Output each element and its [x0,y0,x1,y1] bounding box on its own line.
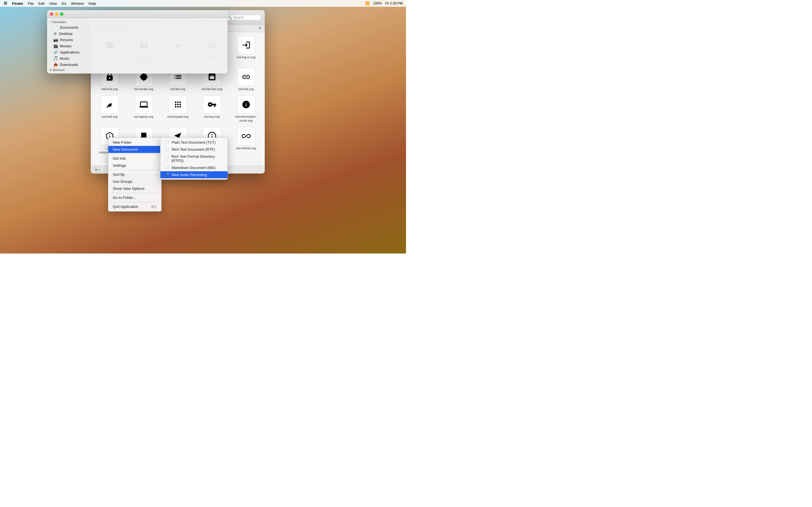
svg-point-5 [177,104,179,105]
ctx-quit-application[interactable]: Quit Application ⌘Q [108,203,161,210]
ctx-quit-shortcut: ⌘Q [151,205,157,209]
ctx-separator-3 [108,193,161,193]
gear-button[interactable]: ⚙ ▾ [94,167,100,172]
submenu-markdown-label: Markdown Document (MD) [172,166,215,170]
file-icon-wrapper [237,127,255,145]
ctx-show-view-options[interactable]: Show View Options [108,185,161,192]
help-menu[interactable]: Help [89,1,96,6]
downloads-icon: 📥 [53,62,58,67]
sidebar-section-devices[interactable]: ▶ Devices [47,68,227,72]
list-item[interactable]: md-log-in.svg [230,34,262,65]
ctx-new-document[interactable]: New Document › [108,146,161,153]
sidebar-item-desktop[interactable]: 🖥 Desktop [47,31,227,37]
file-icon-wrapper [135,96,153,114]
sidebar-item-applications[interactable]: 🔗 Applications [47,49,227,55]
ctx-get-info[interactable]: Get Info [108,155,161,162]
sidebar-item-label: Music [60,56,69,61]
submenu-rich-text-label: Rich Text Document (RTF) [172,147,215,152]
window-menu[interactable]: Window [71,1,84,6]
rtfd-icon: 📄 [165,157,169,161]
file-name: md-leaf.svg [101,115,117,119]
markdown-icon: 📄 [165,166,169,170]
list-item[interactable]: md-laptop.svg [127,94,160,124]
list-item[interactable]: md-keypad.svg [161,94,194,124]
file-icon-wrapper [237,36,255,54]
ctx-sort-by[interactable]: Sort By › [108,171,161,178]
sidebar-section-favorites[interactable]: ▾ Favorites [47,20,227,24]
file-name: md-lock.svg [101,87,118,91]
file-icon-wrapper [237,68,255,86]
file-menu[interactable]: File [28,1,34,6]
submenu-rtfd[interactable]: 📄 Rich Text Format Directory (RTFD) [160,153,227,164]
documents-icon: 📄 [53,25,58,30]
edit-menu[interactable]: Edit [38,1,45,6]
add-button[interactable]: + [258,25,261,31]
app-name-menu[interactable]: Finder [12,1,23,6]
file-name: md-key.svg [204,115,220,119]
view-menu[interactable]: View [49,1,57,6]
search-box[interactable]: 🔍 Search [225,15,261,20]
sidebar-item-music[interactable]: 🎵 Music [47,55,227,61]
ctx-use-groups-label: Use Groups [113,179,132,184]
finder-sidebar-window: ▾ Favorites 📄 Documents 🖥 Desktop 📷 Pict… [47,10,227,73]
ctx-sort-by-label: Sort By [113,172,125,177]
apple-menu[interactable]: ⌘ [3,1,8,6]
sidebar-item-label: Movies [60,44,71,48]
submenu-plain-text[interactable]: 📄 Plain Text Document (TXT) [160,139,227,146]
svg-point-9 [179,106,181,107]
ctx-go-to-folder-label: Go to Folder... [113,195,136,200]
go-menu[interactable]: Go [61,1,66,6]
svg-point-4 [175,104,176,105]
list-item[interactable]: md-leaf.svg [93,94,126,124]
file-icon-wrapper [237,96,255,114]
pictures-icon: 📷 [53,38,58,42]
sidebar-item-pictures[interactable]: 📷 Pictures [47,37,227,43]
submenu-markdown[interactable]: 📄 Markdown Document (MD) [160,164,227,171]
ctx-new-document-label: New Document [113,147,138,152]
file-name: md-keypad.svg [167,115,188,119]
ctx-settings[interactable]: Settings [108,162,161,169]
list-item[interactable]: md-link.svg [230,66,262,93]
plain-text-icon: 📄 [165,140,169,145]
close-button[interactable] [50,12,53,16]
ctx-use-groups[interactable]: Use Groups [108,178,161,185]
file-name: md-infinite.svg [236,146,256,150]
ctx-new-folder-label: New Folder [113,140,132,145]
submenu-plain-text-label: Plain Text Document (TXT) [172,140,216,145]
devices-triangle: ▶ [50,68,52,71]
gear-icon: ⚙ [95,168,98,172]
rich-text-icon: 📄 [165,148,169,152]
svg-point-2 [177,101,179,103]
menubar-right: 📶 100% Fri 2:39 PM [365,1,403,5]
sidebar-item-label: Pictures [60,38,73,42]
list-item[interactable]: md-infinite.svg [230,125,262,160]
submenu-arrow-icon: › [156,148,157,151]
list-item[interactable]: md-key.svg [195,94,229,124]
ctx-new-folder[interactable]: New Folder [108,139,161,146]
wifi-icon: 📶 [365,1,370,5]
clock: Fri 2:39 PM [385,1,403,5]
file-name: md-log-in.svg [237,55,255,59]
svg-point-3 [179,101,181,103]
gear-chevron-icon: ▾ [98,168,99,171]
maximize-button[interactable] [60,12,63,16]
devices-label: Devices [53,68,65,71]
ctx-go-to-folder[interactable]: Go to Folder... [108,194,161,201]
sidebar-item-label: Documents [60,25,79,30]
sidebar-item-downloads[interactable]: 📥 Downloads [47,61,227,68]
file-name: md-information-circle.svg [235,115,257,123]
favorites-triangle: ▾ [50,20,51,23]
sidebar-item-documents[interactable]: 📄 Documents [47,24,227,31]
minimize-button[interactable] [55,12,58,16]
sidebar-item-label: Applications [60,50,80,54]
svg-point-6 [179,104,181,105]
movies-icon: 🎬 [53,44,58,48]
sidebar-item-movies[interactable]: 🎬 Movies [47,43,227,49]
search-icon: 🔍 [228,15,232,19]
submenu-rich-text[interactable]: 📄 Rich Text Document (RTF) [160,146,227,153]
ctx-show-view-options-label: Show View Options [113,186,145,191]
submenu-audio-recording[interactable]: 🎤 New Audio Recording [160,171,227,178]
list-item[interactable]: md-information-circle.svg [230,94,262,124]
file-name: md-laptop.svg [134,115,153,119]
submenu: 📄 Plain Text Document (TXT) 📄 Rich Text … [160,137,228,180]
